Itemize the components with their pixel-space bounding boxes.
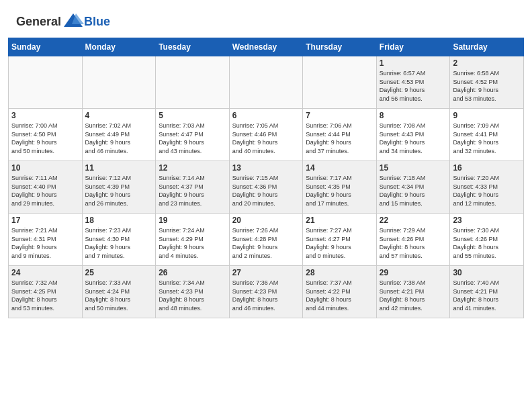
calendar-week-row: 17Sunrise: 7:21 AM Sunset: 4:31 PM Dayli… bbox=[9, 214, 524, 266]
day-info: Sunrise: 7:40 AM Sunset: 4:21 PM Dayligh… bbox=[453, 279, 521, 312]
calendar-day-4: 4Sunrise: 7:02 AM Sunset: 4:49 PM Daylig… bbox=[82, 109, 156, 161]
calendar-day-6: 6Sunrise: 7:05 AM Sunset: 4:46 PM Daylig… bbox=[229, 109, 303, 161]
day-info: Sunrise: 7:00 AM Sunset: 4:50 PM Dayligh… bbox=[11, 122, 79, 155]
day-info: Sunrise: 7:20 AM Sunset: 4:33 PM Dayligh… bbox=[453, 174, 521, 208]
calendar-day-18: 18Sunrise: 7:23 AM Sunset: 4:30 PM Dayli… bbox=[82, 214, 156, 266]
day-number: 29 bbox=[380, 268, 447, 277]
calendar-week-row: 3Sunrise: 7:00 AM Sunset: 4:50 PM Daylig… bbox=[9, 109, 524, 161]
day-info: Sunrise: 7:14 AM Sunset: 4:37 PM Dayligh… bbox=[159, 174, 226, 208]
calendar-day-12: 12Sunrise: 7:14 AM Sunset: 4:37 PM Dayli… bbox=[156, 161, 230, 214]
calendar-day-28: 28Sunrise: 7:37 AM Sunset: 4:22 PM Dayli… bbox=[303, 266, 377, 318]
day-info: Sunrise: 7:03 AM Sunset: 4:47 PM Dayligh… bbox=[159, 122, 226, 155]
calendar-empty-cell bbox=[9, 56, 83, 109]
calendar-day-25: 25Sunrise: 7:33 AM Sunset: 4:24 PM Dayli… bbox=[82, 266, 156, 318]
day-number: 13 bbox=[232, 163, 300, 173]
day-number: 20 bbox=[232, 216, 300, 225]
calendar-table: SundayMondayTuesdayWednesdayThursdayFrid… bbox=[8, 38, 524, 318]
day-number: 23 bbox=[453, 216, 521, 225]
day-info: Sunrise: 7:05 AM Sunset: 4:46 PM Dayligh… bbox=[232, 122, 300, 155]
day-info: Sunrise: 7:37 AM Sunset: 4:22 PM Dayligh… bbox=[306, 279, 373, 312]
day-number: 22 bbox=[380, 216, 447, 225]
calendar-week-row: 10Sunrise: 7:11 AM Sunset: 4:40 PM Dayli… bbox=[9, 161, 524, 214]
day-number: 4 bbox=[85, 111, 153, 120]
weekday-header-friday: Friday bbox=[376, 38, 450, 56]
logo: General Blue bbox=[16, 12, 110, 31]
day-number: 26 bbox=[159, 268, 226, 277]
calendar-empty-cell bbox=[303, 56, 377, 109]
calendar-day-8: 8Sunrise: 7:08 AM Sunset: 4:43 PM Daylig… bbox=[376, 109, 450, 161]
day-info: Sunrise: 7:36 AM Sunset: 4:23 PM Dayligh… bbox=[232, 279, 300, 312]
calendar-week-row: 1Sunrise: 6:57 AM Sunset: 4:53 PM Daylig… bbox=[9, 56, 524, 109]
day-info: Sunrise: 7:29 AM Sunset: 4:26 PM Dayligh… bbox=[380, 226, 447, 260]
day-number: 7 bbox=[306, 111, 373, 120]
logo-general-text: General bbox=[16, 15, 61, 28]
calendar-empty-cell bbox=[229, 56, 303, 109]
day-info: Sunrise: 6:57 AM Sunset: 4:53 PM Dayligh… bbox=[380, 69, 447, 103]
weekday-header-thursday: Thursday bbox=[303, 38, 377, 56]
day-number: 11 bbox=[85, 163, 153, 173]
calendar-day-7: 7Sunrise: 7:06 AM Sunset: 4:44 PM Daylig… bbox=[303, 109, 377, 161]
calendar-day-21: 21Sunrise: 7:27 AM Sunset: 4:27 PM Dayli… bbox=[303, 214, 377, 266]
day-number: 3 bbox=[11, 111, 79, 120]
calendar-day-30: 30Sunrise: 7:40 AM Sunset: 4:21 PM Dayli… bbox=[450, 266, 524, 318]
page-header: General Blue bbox=[0, 0, 532, 38]
day-info: Sunrise: 7:38 AM Sunset: 4:21 PM Dayligh… bbox=[380, 279, 447, 312]
calendar-day-26: 26Sunrise: 7:34 AM Sunset: 4:23 PM Dayli… bbox=[156, 266, 230, 318]
day-number: 12 bbox=[159, 163, 226, 173]
day-number: 8 bbox=[380, 111, 447, 120]
day-number: 17 bbox=[11, 216, 79, 225]
calendar-empty-cell bbox=[82, 56, 156, 109]
day-number: 30 bbox=[453, 268, 521, 277]
day-number: 25 bbox=[85, 268, 153, 277]
day-number: 15 bbox=[380, 163, 447, 173]
calendar-day-1: 1Sunrise: 6:57 AM Sunset: 4:53 PM Daylig… bbox=[376, 56, 450, 109]
calendar-day-3: 3Sunrise: 7:00 AM Sunset: 4:50 PM Daylig… bbox=[9, 109, 83, 161]
day-number: 2 bbox=[453, 58, 521, 68]
day-number: 27 bbox=[232, 268, 300, 277]
calendar-week-row: 24Sunrise: 7:32 AM Sunset: 4:25 PM Dayli… bbox=[9, 266, 524, 318]
calendar-day-29: 29Sunrise: 7:38 AM Sunset: 4:21 PM Dayli… bbox=[376, 266, 450, 318]
weekday-header-row: SundayMondayTuesdayWednesdayThursdayFrid… bbox=[9, 38, 524, 56]
day-info: Sunrise: 6:58 AM Sunset: 4:52 PM Dayligh… bbox=[453, 69, 521, 103]
calendar-empty-cell bbox=[156, 56, 230, 109]
day-info: Sunrise: 7:34 AM Sunset: 4:23 PM Dayligh… bbox=[159, 279, 226, 312]
logo-blue-text: Blue bbox=[84, 15, 110, 28]
day-number: 9 bbox=[453, 111, 521, 120]
day-number: 1 bbox=[380, 58, 447, 68]
calendar-day-11: 11Sunrise: 7:12 AM Sunset: 4:39 PM Dayli… bbox=[82, 161, 156, 214]
day-number: 18 bbox=[85, 216, 153, 225]
weekday-header-sunday: Sunday bbox=[9, 38, 83, 56]
day-number: 6 bbox=[232, 111, 300, 120]
calendar-day-23: 23Sunrise: 7:30 AM Sunset: 4:26 PM Dayli… bbox=[450, 214, 524, 266]
calendar-day-14: 14Sunrise: 7:17 AM Sunset: 4:35 PM Dayli… bbox=[303, 161, 377, 214]
weekday-header-saturday: Saturday bbox=[450, 38, 524, 56]
calendar-day-19: 19Sunrise: 7:24 AM Sunset: 4:29 PM Dayli… bbox=[156, 214, 230, 266]
calendar-day-10: 10Sunrise: 7:11 AM Sunset: 4:40 PM Dayli… bbox=[9, 161, 83, 214]
calendar-day-20: 20Sunrise: 7:26 AM Sunset: 4:28 PM Dayli… bbox=[229, 214, 303, 266]
calendar-day-27: 27Sunrise: 7:36 AM Sunset: 4:23 PM Dayli… bbox=[229, 266, 303, 318]
day-info: Sunrise: 7:30 AM Sunset: 4:26 PM Dayligh… bbox=[453, 226, 521, 260]
day-info: Sunrise: 7:24 AM Sunset: 4:29 PM Dayligh… bbox=[159, 226, 226, 260]
day-number: 14 bbox=[306, 163, 373, 173]
calendar-day-2: 2Sunrise: 6:58 AM Sunset: 4:52 PM Daylig… bbox=[450, 56, 524, 109]
day-info: Sunrise: 7:26 AM Sunset: 4:28 PM Dayligh… bbox=[232, 226, 300, 260]
day-info: Sunrise: 7:23 AM Sunset: 4:30 PM Dayligh… bbox=[85, 226, 153, 260]
day-info: Sunrise: 7:09 AM Sunset: 4:41 PM Dayligh… bbox=[453, 122, 521, 155]
day-number: 5 bbox=[159, 111, 226, 120]
day-info: Sunrise: 7:33 AM Sunset: 4:24 PM Dayligh… bbox=[85, 279, 153, 312]
day-info: Sunrise: 7:06 AM Sunset: 4:44 PM Dayligh… bbox=[306, 122, 373, 155]
day-info: Sunrise: 7:12 AM Sunset: 4:39 PM Dayligh… bbox=[85, 174, 153, 208]
day-info: Sunrise: 7:02 AM Sunset: 4:49 PM Dayligh… bbox=[85, 122, 153, 155]
calendar-day-5: 5Sunrise: 7:03 AM Sunset: 4:47 PM Daylig… bbox=[156, 109, 230, 161]
calendar-day-22: 22Sunrise: 7:29 AM Sunset: 4:26 PM Dayli… bbox=[376, 214, 450, 266]
weekday-header-wednesday: Wednesday bbox=[229, 38, 303, 56]
calendar-day-24: 24Sunrise: 7:32 AM Sunset: 4:25 PM Dayli… bbox=[9, 266, 83, 318]
day-number: 24 bbox=[11, 268, 79, 277]
day-info: Sunrise: 7:17 AM Sunset: 4:35 PM Dayligh… bbox=[306, 174, 373, 208]
day-number: 28 bbox=[306, 268, 373, 277]
calendar-day-13: 13Sunrise: 7:15 AM Sunset: 4:36 PM Dayli… bbox=[229, 161, 303, 214]
day-number: 19 bbox=[159, 216, 226, 225]
day-info: Sunrise: 7:27 AM Sunset: 4:27 PM Dayligh… bbox=[306, 226, 373, 260]
day-info: Sunrise: 7:15 AM Sunset: 4:36 PM Dayligh… bbox=[232, 174, 300, 208]
calendar-day-16: 16Sunrise: 7:20 AM Sunset: 4:33 PM Dayli… bbox=[450, 161, 524, 214]
